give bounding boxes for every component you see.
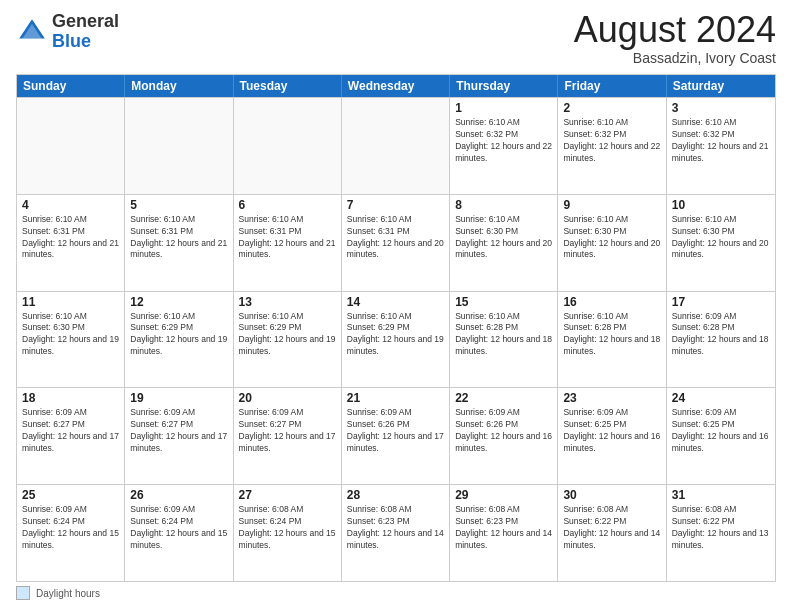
cal-cell: 28Sunrise: 6:08 AMSunset: 6:23 PMDayligh… <box>342 485 450 581</box>
day-number: 6 <box>239 198 336 212</box>
week-row-3: 11Sunrise: 6:10 AMSunset: 6:30 PMDayligh… <box>17 291 775 388</box>
cal-cell <box>125 98 233 194</box>
day-number: 15 <box>455 295 552 309</box>
week-row-1: 1Sunrise: 6:10 AMSunset: 6:32 PMDaylight… <box>17 97 775 194</box>
day-info: Sunrise: 6:10 AMSunset: 6:29 PMDaylight:… <box>239 311 336 359</box>
week-row-5: 25Sunrise: 6:09 AMSunset: 6:24 PMDayligh… <box>17 484 775 581</box>
calendar-body: 1Sunrise: 6:10 AMSunset: 6:32 PMDaylight… <box>17 97 775 581</box>
cal-cell: 12Sunrise: 6:10 AMSunset: 6:29 PMDayligh… <box>125 292 233 388</box>
calendar: SundayMondayTuesdayWednesdayThursdayFrid… <box>16 74 776 582</box>
cal-cell: 3Sunrise: 6:10 AMSunset: 6:32 PMDaylight… <box>667 98 775 194</box>
day-number: 24 <box>672 391 770 405</box>
day-info: Sunrise: 6:10 AMSunset: 6:32 PMDaylight:… <box>455 117 552 165</box>
day-info: Sunrise: 6:10 AMSunset: 6:31 PMDaylight:… <box>239 214 336 262</box>
day-number: 25 <box>22 488 119 502</box>
day-number: 18 <box>22 391 119 405</box>
cal-cell: 17Sunrise: 6:09 AMSunset: 6:28 PMDayligh… <box>667 292 775 388</box>
day-number: 7 <box>347 198 444 212</box>
day-info: Sunrise: 6:09 AMSunset: 6:27 PMDaylight:… <box>239 407 336 455</box>
day-number: 14 <box>347 295 444 309</box>
day-number: 11 <box>22 295 119 309</box>
day-info: Sunrise: 6:08 AMSunset: 6:23 PMDaylight:… <box>455 504 552 552</box>
logo-general-text: General <box>52 11 119 31</box>
day-number: 27 <box>239 488 336 502</box>
cal-cell: 16Sunrise: 6:10 AMSunset: 6:28 PMDayligh… <box>558 292 666 388</box>
day-number: 29 <box>455 488 552 502</box>
day-number: 30 <box>563 488 660 502</box>
day-info: Sunrise: 6:10 AMSunset: 6:31 PMDaylight:… <box>347 214 444 262</box>
day-info: Sunrise: 6:09 AMSunset: 6:26 PMDaylight:… <box>347 407 444 455</box>
cal-cell: 18Sunrise: 6:09 AMSunset: 6:27 PMDayligh… <box>17 388 125 484</box>
day-info: Sunrise: 6:10 AMSunset: 6:30 PMDaylight:… <box>563 214 660 262</box>
day-info: Sunrise: 6:10 AMSunset: 6:28 PMDaylight:… <box>563 311 660 359</box>
day-number: 3 <box>672 101 770 115</box>
daylight-label: Daylight hours <box>36 588 100 599</box>
legend: Daylight hours <box>16 586 776 600</box>
cal-cell <box>234 98 342 194</box>
day-number: 31 <box>672 488 770 502</box>
cal-cell: 15Sunrise: 6:10 AMSunset: 6:28 PMDayligh… <box>450 292 558 388</box>
day-info: Sunrise: 6:09 AMSunset: 6:24 PMDaylight:… <box>22 504 119 552</box>
cal-cell: 2Sunrise: 6:10 AMSunset: 6:32 PMDaylight… <box>558 98 666 194</box>
day-info: Sunrise: 6:09 AMSunset: 6:24 PMDaylight:… <box>130 504 227 552</box>
day-info: Sunrise: 6:09 AMSunset: 6:27 PMDaylight:… <box>130 407 227 455</box>
cal-cell <box>342 98 450 194</box>
cal-cell: 9Sunrise: 6:10 AMSunset: 6:30 PMDaylight… <box>558 195 666 291</box>
day-info: Sunrise: 6:09 AMSunset: 6:25 PMDaylight:… <box>563 407 660 455</box>
header: General Blue August 2024 Bassadzin, Ivor… <box>16 12 776 66</box>
calendar-header: SundayMondayTuesdayWednesdayThursdayFrid… <box>17 75 775 97</box>
day-number: 10 <box>672 198 770 212</box>
day-info: Sunrise: 6:08 AMSunset: 6:24 PMDaylight:… <box>239 504 336 552</box>
cal-cell: 1Sunrise: 6:10 AMSunset: 6:32 PMDaylight… <box>450 98 558 194</box>
daylight-swatch <box>16 586 30 600</box>
day-number: 4 <box>22 198 119 212</box>
day-info: Sunrise: 6:09 AMSunset: 6:27 PMDaylight:… <box>22 407 119 455</box>
day-info: Sunrise: 6:10 AMSunset: 6:29 PMDaylight:… <box>130 311 227 359</box>
cal-cell: 26Sunrise: 6:09 AMSunset: 6:24 PMDayligh… <box>125 485 233 581</box>
cal-cell <box>17 98 125 194</box>
day-info: Sunrise: 6:10 AMSunset: 6:30 PMDaylight:… <box>672 214 770 262</box>
location: Bassadzin, Ivory Coast <box>574 50 776 66</box>
cal-cell: 25Sunrise: 6:09 AMSunset: 6:24 PMDayligh… <box>17 485 125 581</box>
day-number: 17 <box>672 295 770 309</box>
cal-cell: 14Sunrise: 6:10 AMSunset: 6:29 PMDayligh… <box>342 292 450 388</box>
day-number: 19 <box>130 391 227 405</box>
day-info: Sunrise: 6:10 AMSunset: 6:31 PMDaylight:… <box>22 214 119 262</box>
day-info: Sunrise: 6:10 AMSunset: 6:29 PMDaylight:… <box>347 311 444 359</box>
day-of-week-thursday: Thursday <box>450 75 558 97</box>
day-info: Sunrise: 6:10 AMSunset: 6:31 PMDaylight:… <box>130 214 227 262</box>
day-of-week-sunday: Sunday <box>17 75 125 97</box>
day-info: Sunrise: 6:10 AMSunset: 6:28 PMDaylight:… <box>455 311 552 359</box>
day-of-week-friday: Friday <box>558 75 666 97</box>
cal-cell: 31Sunrise: 6:08 AMSunset: 6:22 PMDayligh… <box>667 485 775 581</box>
day-number: 1 <box>455 101 552 115</box>
day-info: Sunrise: 6:09 AMSunset: 6:26 PMDaylight:… <box>455 407 552 455</box>
month-title: August 2024 <box>574 12 776 48</box>
day-info: Sunrise: 6:10 AMSunset: 6:32 PMDaylight:… <box>672 117 770 165</box>
day-of-week-tuesday: Tuesday <box>234 75 342 97</box>
cal-cell: 10Sunrise: 6:10 AMSunset: 6:30 PMDayligh… <box>667 195 775 291</box>
day-number: 5 <box>130 198 227 212</box>
logo-icon <box>16 16 48 48</box>
title-block: August 2024 Bassadzin, Ivory Coast <box>574 12 776 66</box>
logo: General Blue <box>16 12 119 52</box>
day-number: 26 <box>130 488 227 502</box>
logo-blue-text: Blue <box>52 31 91 51</box>
day-of-week-saturday: Saturday <box>667 75 775 97</box>
day-info: Sunrise: 6:10 AMSunset: 6:30 PMDaylight:… <box>455 214 552 262</box>
cal-cell: 22Sunrise: 6:09 AMSunset: 6:26 PMDayligh… <box>450 388 558 484</box>
page: General Blue August 2024 Bassadzin, Ivor… <box>0 0 792 612</box>
week-row-4: 18Sunrise: 6:09 AMSunset: 6:27 PMDayligh… <box>17 387 775 484</box>
cal-cell: 29Sunrise: 6:08 AMSunset: 6:23 PMDayligh… <box>450 485 558 581</box>
cal-cell: 7Sunrise: 6:10 AMSunset: 6:31 PMDaylight… <box>342 195 450 291</box>
cal-cell: 30Sunrise: 6:08 AMSunset: 6:22 PMDayligh… <box>558 485 666 581</box>
day-number: 22 <box>455 391 552 405</box>
day-number: 8 <box>455 198 552 212</box>
day-info: Sunrise: 6:10 AMSunset: 6:32 PMDaylight:… <box>563 117 660 165</box>
cal-cell: 4Sunrise: 6:10 AMSunset: 6:31 PMDaylight… <box>17 195 125 291</box>
day-info: Sunrise: 6:09 AMSunset: 6:28 PMDaylight:… <box>672 311 770 359</box>
cal-cell: 13Sunrise: 6:10 AMSunset: 6:29 PMDayligh… <box>234 292 342 388</box>
cal-cell: 8Sunrise: 6:10 AMSunset: 6:30 PMDaylight… <box>450 195 558 291</box>
cal-cell: 6Sunrise: 6:10 AMSunset: 6:31 PMDaylight… <box>234 195 342 291</box>
cal-cell: 24Sunrise: 6:09 AMSunset: 6:25 PMDayligh… <box>667 388 775 484</box>
